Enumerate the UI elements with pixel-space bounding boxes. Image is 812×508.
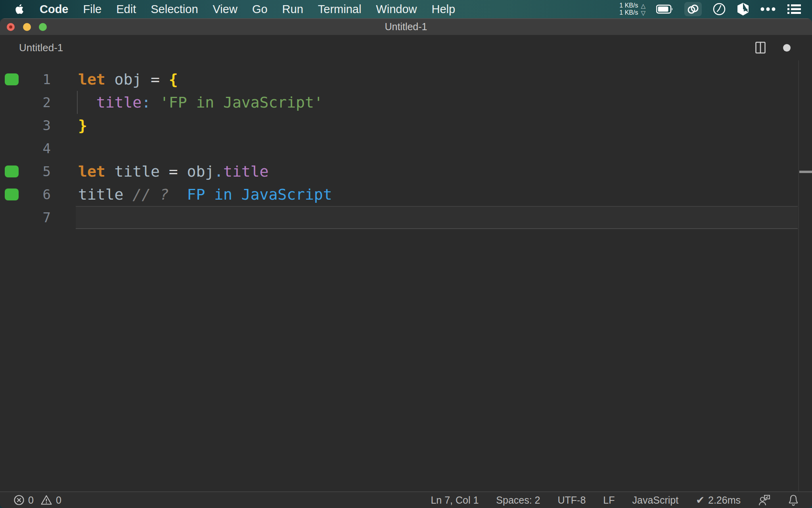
code-line-4[interactable]: 4 xyxy=(0,137,812,160)
unsaved-changes-dot[interactable] xyxy=(783,44,791,52)
clock-icon[interactable] xyxy=(712,2,726,16)
menu-view[interactable]: View xyxy=(213,3,237,16)
window-title: Untitled-1 xyxy=(0,18,812,35)
ellipsis-icon[interactable] xyxy=(760,7,776,11)
overview-ruler-marker xyxy=(799,171,812,173)
code-token: } xyxy=(78,117,87,134)
code-token: title xyxy=(78,94,142,111)
code-line-7[interactable]: 7 xyxy=(0,206,812,229)
cube-icon[interactable] xyxy=(737,2,749,16)
problems-indicator[interactable]: 0 0 xyxy=(13,495,61,506)
code-token xyxy=(151,94,160,111)
code-line-2[interactable]: 2 title: 'FP in JavaScript' xyxy=(0,91,812,114)
zoom-button[interactable] xyxy=(39,23,47,31)
code-text: let title = obj.title xyxy=(78,160,268,183)
code-token: let xyxy=(78,163,105,180)
net-up-speed: 1 KB/s xyxy=(619,2,638,9)
quokka-perf[interactable]: ✔ 2.26ms xyxy=(696,494,741,506)
language-mode[interactable]: JavaScript xyxy=(632,495,679,506)
feedback-icon[interactable] xyxy=(758,494,771,506)
line-number: 6 xyxy=(16,187,51,202)
list-icon[interactable] xyxy=(787,4,802,15)
close-button[interactable] xyxy=(7,23,15,31)
code-token: title xyxy=(223,163,268,180)
code-text: title // ? FP in JavaScript xyxy=(78,183,332,206)
code-editor[interactable]: 1let obj = {2 title: 'FP in JavaScript'3… xyxy=(0,60,812,491)
line-number: 3 xyxy=(16,117,51,133)
code-token: obj xyxy=(187,163,214,180)
code-text: let obj = { xyxy=(78,68,178,91)
code-token: { xyxy=(169,71,178,88)
network-speed-indicator[interactable]: 1 KB/s△ 1 KB/s▽ xyxy=(619,2,645,16)
code-token: : xyxy=(142,94,151,111)
code-token: FP in JavaScript xyxy=(187,186,332,203)
line-number: 5 xyxy=(16,164,51,179)
code-line-5[interactable]: 5let title = obj.title xyxy=(0,160,812,183)
encoding-setting[interactable]: UTF-8 xyxy=(557,495,586,506)
code-token: = xyxy=(169,163,187,180)
battery-icon[interactable] xyxy=(656,4,674,14)
menu-file[interactable]: File xyxy=(83,3,102,16)
warning-count: 0 xyxy=(56,495,61,506)
code-token xyxy=(169,186,187,203)
vscode-window: Untitled-1 Untitled-1 1let obj = {2 titl… xyxy=(0,18,812,508)
apple-menu-icon[interactable] xyxy=(14,4,24,15)
code-token: 'FP in JavaScript' xyxy=(160,94,323,111)
minimize-button[interactable] xyxy=(23,23,31,31)
code-token: let xyxy=(78,71,105,88)
check-icon: ✔ xyxy=(696,494,705,506)
code-token: title xyxy=(78,186,132,203)
code-line-3[interactable]: 3} xyxy=(0,114,812,137)
error-count: 0 xyxy=(28,495,34,506)
macos-menu-bar: Code File Edit Selection View Go Run Ter… xyxy=(0,0,812,18)
menu-help[interactable]: Help xyxy=(432,3,456,16)
overview-ruler[interactable] xyxy=(798,60,799,491)
indentation-setting[interactable]: Spaces: 2 xyxy=(496,495,540,506)
warning-icon xyxy=(40,495,52,506)
menu-app-name[interactable]: Code xyxy=(40,3,69,16)
line-number: 1 xyxy=(16,71,51,87)
error-icon xyxy=(13,495,25,506)
notifications-bell-icon[interactable] xyxy=(788,494,799,506)
code-token: obj xyxy=(105,71,151,88)
eol-setting[interactable]: LF xyxy=(603,495,615,506)
code-text: } xyxy=(78,114,87,137)
code-token: // ? xyxy=(132,186,169,203)
window-titlebar[interactable]: Untitled-1 xyxy=(0,18,812,35)
upload-triangle-icon: △ xyxy=(641,3,645,9)
perf-time: 2.26ms xyxy=(708,495,741,506)
menu-terminal[interactable]: Terminal xyxy=(318,3,362,16)
menu-selection[interactable]: Selection xyxy=(151,3,198,16)
net-down-speed: 1 KB/s xyxy=(619,9,638,16)
code-line-6[interactable]: 6title // ? FP in JavaScript xyxy=(0,183,812,206)
menu-window[interactable]: Window xyxy=(376,3,417,16)
editor-header: Untitled-1 xyxy=(0,35,812,60)
swirl-loops-icon[interactable] xyxy=(684,2,702,16)
menu-edit[interactable]: Edit xyxy=(116,3,136,16)
code-token: = xyxy=(151,71,169,88)
download-triangle-icon: ▽ xyxy=(641,10,645,16)
open-editor-label[interactable]: Untitled-1 xyxy=(19,35,63,60)
code-line-1[interactable]: 1let obj = { xyxy=(0,68,812,91)
cursor-position[interactable]: Ln 7, Col 1 xyxy=(431,495,479,506)
code-token: title xyxy=(105,163,169,180)
menu-go[interactable]: Go xyxy=(252,3,268,16)
menu-run[interactable]: Run xyxy=(282,3,303,16)
line-number: 4 xyxy=(16,140,51,156)
line-number: 2 xyxy=(16,94,51,110)
split-editor-icon[interactable] xyxy=(755,42,766,54)
line-number: 7 xyxy=(16,210,51,225)
code-text: title: 'FP in JavaScript' xyxy=(78,91,323,114)
status-bar: 0 0 Ln 7, Col 1 Spaces: 2 UTF-8 LF JavaS… xyxy=(0,491,812,508)
code-token: . xyxy=(214,163,223,180)
